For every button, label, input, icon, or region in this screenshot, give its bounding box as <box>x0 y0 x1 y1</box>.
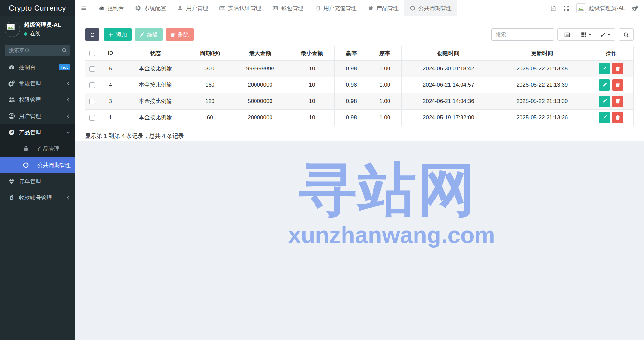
sidebar-tree-product-mgmt: P产品管理产品管理公共周期管理 <box>0 124 75 173</box>
cell-min: 10 <box>289 93 335 110</box>
select-all-checkbox[interactable] <box>89 51 95 56</box>
table-row[interactable]: 3本金按比例输12050000000100.981.002024-06-21 1… <box>85 93 634 110</box>
clear-cache-button[interactable] <box>550 5 556 11</box>
row-edit-button[interactable] <box>599 96 610 107</box>
sidebar-item-label: 产品管理 <box>19 129 66 136</box>
export-button[interactable] <box>596 29 615 40</box>
row-edit-button[interactable] <box>599 112 610 123</box>
row-edit-button[interactable] <box>599 79 610 91</box>
export-icon <box>600 32 606 37</box>
sidebar-item-auth-mgmt[interactable]: 权限管理 <box>0 92 75 108</box>
settings-button[interactable] <box>632 5 638 11</box>
tab-label: 实名认证管理 <box>228 5 261 12</box>
row-delete-button[interactable] <box>612 63 623 74</box>
tab-label: 用户管理 <box>186 5 208 12</box>
sidebar-item-console[interactable]: 控制台hot <box>0 59 75 75</box>
row-checkbox-cell <box>85 77 99 93</box>
brand-logo[interactable]: Crypto Currency <box>0 0 75 16</box>
user-status: 在线 <box>24 30 61 37</box>
circle-o-icon <box>410 5 416 11</box>
tab-recharge-mgmt[interactable]: 用户充值管理 <box>309 0 362 16</box>
sidebar-item-label: 订单管理 <box>19 178 70 185</box>
sidebar-item-label: 用户管理 <box>19 112 66 120</box>
row-checkbox[interactable] <box>89 82 95 88</box>
column-header[interactable]: 赢率 <box>335 46 368 61</box>
row-delete-button[interactable] <box>612 96 623 107</box>
tab-label: 钱包管理 <box>281 5 303 12</box>
id-card-icon <box>219 5 225 11</box>
row-delete-button[interactable] <box>612 112 623 123</box>
delete-button[interactable]: 删除 <box>166 28 194 41</box>
cell-odds: 1.00 <box>368 77 402 93</box>
sidebar-item-general-mgmt[interactable]: 常规管理 <box>0 75 75 92</box>
cell-odds: 1.00 <box>368 61 402 77</box>
cell-win: 0.98 <box>335 110 368 126</box>
column-header[interactable]: 状态 <box>122 46 189 61</box>
chevron-down-icon <box>66 130 70 135</box>
row-checkbox[interactable] <box>89 66 95 72</box>
sidebar-item-order-mgmt[interactable]: 订单管理 <box>0 173 75 189</box>
hot-badge: hot <box>59 64 70 70</box>
column-header[interactable]: 操作 <box>589 46 633 61</box>
grid-icon <box>581 32 587 37</box>
toggle-view-button[interactable] <box>558 29 577 40</box>
dashboard-icon <box>99 5 105 11</box>
row-checkbox[interactable] <box>89 99 95 104</box>
watermark-subtitle: xunzhanwang.com <box>288 222 488 248</box>
sidebar-item-payment-accounts[interactable]: B收款账号管理 <box>0 189 75 206</box>
tab-wallet-mgmt[interactable]: 钱包管理 <box>267 0 309 16</box>
user-menu[interactable]: 超级管理员-AL <box>576 3 625 13</box>
columns-button[interactable] <box>577 29 596 40</box>
tab-system-config[interactable]: 系统配置 <box>130 0 172 16</box>
tab-label: 产品管理 <box>376 5 399 12</box>
tab-product-mgmt[interactable]: 产品管理 <box>362 0 404 16</box>
heartbeat-icon <box>8 178 15 185</box>
wallet-icon <box>272 5 278 11</box>
fullscreen-button[interactable] <box>563 5 569 11</box>
chevron-left-icon <box>66 81 70 86</box>
row-checkbox[interactable] <box>89 115 95 121</box>
tab-kyc-mgmt[interactable]: 实名认证管理 <box>214 0 267 16</box>
column-header[interactable]: 赔率 <box>368 46 402 61</box>
row-edit-button[interactable] <box>599 63 610 74</box>
sidebar-subitem-public-cycle[interactable]: 公共周期管理 <box>0 157 75 173</box>
tab-console[interactable]: 控制台 <box>93 0 130 16</box>
advanced-search-button[interactable] <box>619 28 634 41</box>
user-name: 超级管理员-AL <box>24 21 61 29</box>
product-p-icon: P <box>8 129 15 136</box>
column-header[interactable]: 更新时间 <box>495 46 589 61</box>
cell-id: 1 <box>99 110 122 126</box>
sign-in-icon <box>315 5 320 11</box>
tab-user-mgmt[interactable]: 用户管理 <box>172 0 214 16</box>
column-header[interactable]: ID <box>99 46 122 61</box>
refresh-button[interactable] <box>85 28 99 41</box>
menu-toggle-button[interactable] <box>75 0 93 16</box>
data-table-container: ID状态周期(秒)最大金额最小金额赢率赔率创建时间更新时间操作 5本金按比例输3… <box>85 46 634 126</box>
refresh-icon <box>90 32 95 37</box>
column-header[interactable]: 周期(秒) <box>189 46 231 61</box>
fullscreen-icon <box>563 5 569 11</box>
trash-icon <box>615 66 620 71</box>
pencil-icon <box>139 32 144 37</box>
trash-icon <box>615 82 620 87</box>
sidebar-item-product-mgmt[interactable]: P产品管理 <box>0 124 75 140</box>
add-button[interactable]: 添加 <box>104 28 132 41</box>
user-circle-icon <box>8 113 15 119</box>
table-search-input[interactable] <box>491 28 554 41</box>
nav-tabs: 控制台系统配置用户管理实名认证管理钱包管理用户充值管理产品管理公共周期管理 <box>93 0 457 16</box>
column-header[interactable]: 最大金额 <box>231 46 289 61</box>
menu-search-input[interactable] <box>5 45 70 56</box>
tab-public-cycle[interactable]: 公共周期管理 <box>404 0 457 16</box>
sidebar-item-user-mgmt[interactable]: 用户管理 <box>0 108 75 124</box>
table-row[interactable]: 4本金按比例输18020000000100.981.002024-06-21 1… <box>85 77 634 93</box>
edit-button[interactable]: 编辑 <box>135 28 163 41</box>
dashboard-icon <box>8 64 15 70</box>
column-header[interactable]: 创建时间 <box>402 46 495 61</box>
broken-image-icon <box>578 6 584 11</box>
sidebar-subitem-product-list[interactable]: 产品管理 <box>0 140 75 157</box>
table-row[interactable]: 5本金按比例输300999999999100.981.002024-06-30 … <box>85 61 634 77</box>
user-icon <box>177 5 183 11</box>
column-header[interactable]: 最小金额 <box>289 46 335 61</box>
table-row[interactable]: 1本金按比例输6020000000100.981.002024-05-19 17… <box>85 110 634 126</box>
row-delete-button[interactable] <box>612 79 623 91</box>
